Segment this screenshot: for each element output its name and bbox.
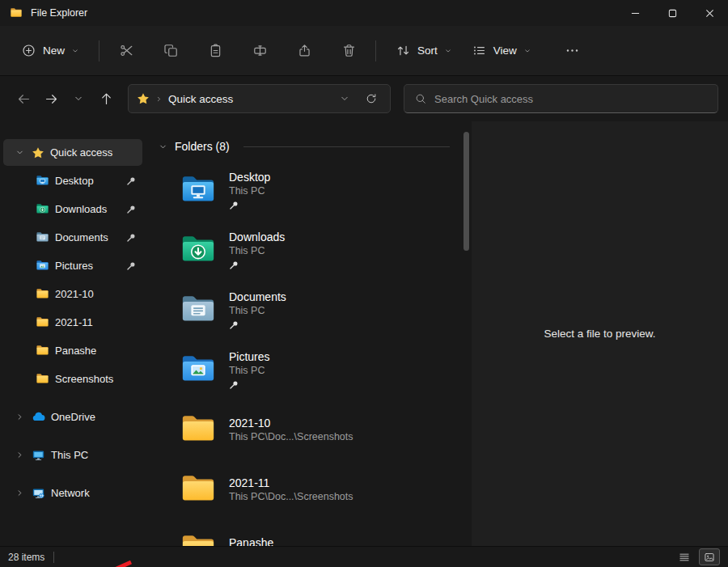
recent-locations-button[interactable] [65,85,92,112]
pin-icon [126,261,136,271]
status-bar: 28 items [0,546,728,567]
sidebar-item-label: Quick access [50,146,112,159]
sidebar-item-documents[interactable]: Documents [3,224,142,251]
network-icon [32,486,45,500]
expand-chevron[interactable] [13,413,26,421]
scissors-icon [119,43,134,58]
folder-row-desktop[interactable]: Desktop This PC [157,160,461,220]
more-options-button[interactable] [556,36,590,66]
folder-name: Documents [229,290,286,304]
sidebar-item-2021-10[interactable]: 2021-10 [3,281,142,307]
pin-icon [126,233,136,243]
sidebar-item-onedrive[interactable]: OneDrive [3,404,142,430]
folder-row-panashe[interactable]: Panashe Local Disk (C:...)\Documents [157,519,461,546]
quick-access-star-icon [32,146,44,159]
downloads-folder-icon [36,202,49,216]
sidebar-item-label: 2021-11 [55,316,93,328]
details-view-toggle[interactable] [674,548,695,565]
sidebar-item-2021-11[interactable]: 2021-11 [3,309,142,336]
folder-row-2021-11[interactable]: 2021-11 This PC\Doc...\Screenshots [157,459,461,519]
close-button[interactable] [691,0,728,26]
preview-pane: Select a file to preview. [472,121,728,546]
window-controls [616,0,728,26]
new-button[interactable]: New [11,36,89,66]
up-button[interactable] [92,85,120,112]
cut-button[interactable] [109,36,143,66]
pin-icon [229,201,270,210]
view-toggles [674,548,720,565]
forward-button[interactable] [37,85,65,112]
sidebar-item-desktop[interactable]: Desktop [3,167,142,194]
maximize-button[interactable] [654,0,691,26]
sort-button[interactable]: Sort [386,36,462,66]
sidebar-item-label: 2021-10 [55,288,94,300]
sidebar-item-quick-access[interactable]: Quick access [3,139,142,166]
sidebar-item-panashe[interactable]: Panashe [3,337,142,364]
sidebar-item-label: OneDrive [51,411,95,423]
refresh-button[interactable] [361,88,382,109]
copy-icon [163,43,179,58]
sidebar-item-label: Pictures [55,260,93,272]
folder-icon [180,531,217,546]
sort-button-label: Sort [417,44,438,57]
scrollbar-thumb[interactable] [463,132,469,251]
breadcrumb-location[interactable]: Quick access [168,93,233,105]
large-thumbnails-view-toggle[interactable] [699,548,720,565]
sidebar-item-pictures[interactable]: Pictures [3,252,142,279]
minimize-button[interactable] [616,0,654,26]
sidebar-item-network[interactable]: Network [3,480,142,506]
file-explorer-window: File Explorer New [0,0,728,567]
downloads-folder-icon [180,231,217,269]
main-area: Quick access Desktop Downloads Documents… [0,121,728,546]
expand-chevron[interactable] [13,451,26,459]
view-button[interactable]: View [462,36,541,66]
chevron-down-icon [15,148,24,157]
folder-row-2021-10[interactable]: 2021-10 This PC\Doc...\Screenshots [157,400,461,459]
onedrive-cloud-icon [32,410,45,424]
sidebar-item-downloads[interactable]: Downloads [3,196,142,222]
sidebar-item-this-pc[interactable]: This PC [3,442,142,468]
desktop-folder-icon [180,171,217,209]
forward-arrow-icon [44,91,59,107]
delete-button[interactable] [332,36,366,66]
pin-icon [229,320,286,330]
group-divider [243,146,450,147]
paste-button[interactable] [198,36,232,66]
folder-info: 2021-11 This PC\Doc...\Screenshots [229,476,353,504]
chevron-down-icon [74,94,83,104]
rename-button[interactable] [243,36,277,66]
thumbnail-view-icon [704,552,715,563]
folder-row-downloads[interactable]: Downloads This PC [157,220,461,280]
search-icon [414,92,427,105]
documents-folder-icon [36,231,49,244]
address-dropdown-button[interactable] [334,88,355,109]
copy-button[interactable] [154,36,188,66]
folder-row-documents[interactable]: Documents This PC [157,280,461,340]
expand-chevron[interactable] [13,148,26,157]
folders-group-header[interactable]: Folders (8) [157,133,461,160]
sidebar-item-label: Desktop [55,175,94,187]
sidebar-item-screenshots[interactable]: Screenshots [3,366,142,392]
address-bar[interactable]: Quick access [128,84,391,113]
folder-location: This PC [229,244,285,258]
folder-row-pictures[interactable]: Pictures This PC [157,340,461,400]
ellipsis-icon [565,43,580,58]
pin-icon [126,176,136,186]
folder-location: This PC [229,364,270,378]
breadcrumb-chevron-icon [155,95,163,103]
app-folder-icon [10,6,23,19]
up-arrow-icon [99,91,114,107]
vertical-scrollbar[interactable] [461,121,472,546]
share-button[interactable] [287,36,321,66]
search-input[interactable] [434,93,708,105]
share-icon [297,43,312,58]
this-pc-icon [32,448,45,462]
documents-folder-icon [180,291,217,328]
folder-name: 2021-11 [229,476,353,490]
expand-chevron[interactable] [13,489,26,497]
folder-info: Desktop This PC [229,170,270,210]
view-button-label: View [493,44,517,57]
folder-info: Downloads This PC [229,230,285,270]
back-button[interactable] [10,85,37,112]
details-view-icon [679,552,690,563]
